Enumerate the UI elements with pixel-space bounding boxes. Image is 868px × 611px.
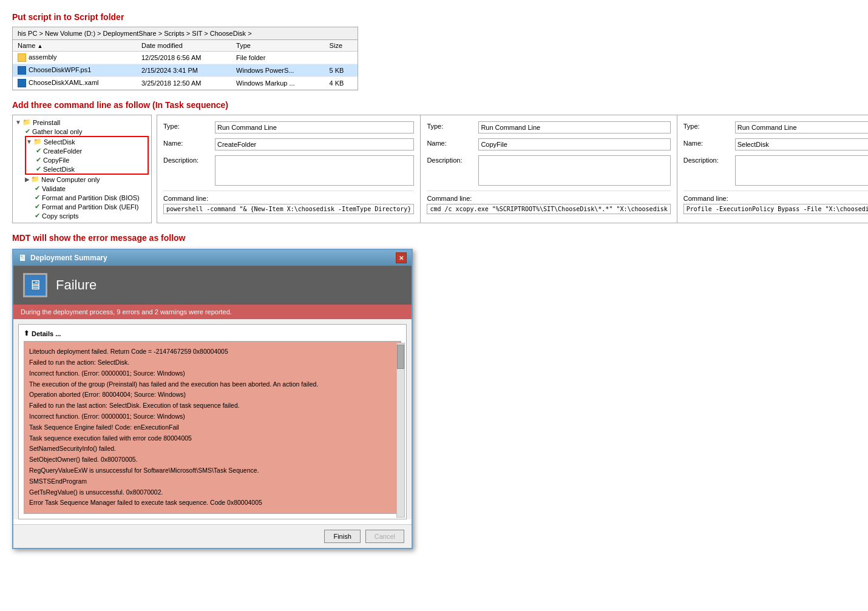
file-row[interactable]: ChooseDiskXAML.xaml 3/25/2018 12:50 AM W…	[13, 77, 358, 90]
error-line: Task Sequence Engine failed! Code: enExe…	[29, 422, 396, 433]
name-input[interactable]	[215, 138, 414, 150]
form-panel-panel1: Type: Name: Description: Command line: p…	[157, 115, 421, 223]
tree-label: CreateFolder	[43, 147, 82, 155]
name-label: Name:	[427, 138, 478, 147]
desc-textarea[interactable]	[215, 155, 414, 186]
dialog-footer: Finish Cancel	[13, 524, 412, 548]
dialog-content: ⬆ Details ... Litetouch deployment faile…	[18, 324, 407, 519]
cmdline-value: powershell -command "& {New-Item X:\choo…	[163, 204, 414, 214]
error-line: Error Task Sequence Manager failed to ex…	[29, 498, 396, 508]
file-name: ChooseDiskXAML.xaml	[13, 77, 137, 90]
folder-icon	[18, 53, 26, 62]
file-type: File folder	[231, 52, 325, 64]
error-line: Task sequence execution failed with erro…	[29, 433, 396, 444]
tree-item[interactable]: ✔CreateFolder	[26, 146, 147, 155]
file-modified: 12/25/2018 6:56 AM	[137, 52, 231, 64]
scrollbar[interactable]	[396, 343, 405, 518]
error-line: Incorrect function. (Error: 00000001; So…	[29, 368, 396, 379]
error-line: GetTsRegValue() is unsuccessful. 0x80070…	[29, 487, 396, 498]
tree-item[interactable]: ✔Copy scripts	[15, 211, 149, 220]
name-input[interactable]	[735, 138, 868, 150]
desc-label: Description:	[683, 155, 735, 164]
file-icon	[18, 66, 26, 75]
name-input[interactable]	[478, 138, 670, 150]
tree-label: CopyFile	[43, 157, 69, 164]
type-label: Type:	[683, 121, 735, 130]
tree-label: Preinstall	[33, 119, 60, 126]
desc-textarea[interactable]	[478, 155, 670, 186]
file-icon	[18, 79, 26, 87]
file-table: Name ▲ Date modified Type Size assembly …	[13, 40, 358, 90]
col-type: Type	[231, 40, 325, 52]
file-size: 5 KB	[325, 64, 358, 77]
type-input[interactable]	[735, 121, 868, 133]
error-line: Failed to run the action: SelectDisk.	[29, 357, 396, 368]
error-line: The execution of the group (Preinstall) …	[29, 379, 396, 390]
check-icon: ✔	[35, 194, 40, 201]
col-name: Name ▲	[13, 40, 137, 52]
breadcrumb-text: his PC > New Volume (D:) > DeploymentSha…	[18, 30, 252, 37]
check-icon: ✔	[25, 127, 30, 135]
tree-item[interactable]: ✔Validate	[15, 184, 149, 193]
file-type: Windows PowerS...	[231, 64, 325, 77]
file-row[interactable]: ChooseDiskWPF.ps1 2/15/2024 3:41 PM Wind…	[13, 64, 358, 77]
tree-item-selectdisk-folder[interactable]: ▼📁SelectDisk	[26, 137, 147, 146]
expand-icon: ▶	[25, 176, 30, 183]
finish-button[interactable]: Finish	[324, 530, 360, 543]
name-label: Name:	[683, 138, 735, 147]
file-type: Windows Markup ...	[231, 77, 325, 90]
details-toggle[interactable]: ⬆ Details ...	[24, 329, 401, 337]
form-cmdline-section: Command line: powershell -command "& {Ne…	[163, 191, 414, 214]
tree-item[interactable]: ✔Format and Partition Disk (BIOS)	[15, 193, 149, 202]
red-box-group: ▼📁SelectDisk✔CreateFolder✔CopyFile✔Selec…	[25, 136, 149, 175]
file-name: ChooseDiskWPF.ps1	[13, 64, 137, 77]
cmdline-label: Command line:	[427, 195, 670, 202]
form-row-type: Type:	[163, 121, 414, 133]
desc-label: Description:	[163, 155, 215, 164]
error-line: RegQueryValueExW is unsuccessful for Sof…	[29, 465, 396, 476]
type-label: Type:	[427, 121, 478, 130]
col-modified: Date modified	[137, 40, 231, 52]
collapse-icon: ⬆	[24, 329, 29, 337]
error-content: Litetouch deployment failed. Return Code…	[24, 341, 401, 514]
cancel-button[interactable]: Cancel	[365, 530, 404, 543]
form-row-desc: Description:	[427, 155, 670, 186]
form-cmdline-section: Command line: cmd /c xcopy.exe "%SCRIPTR…	[427, 191, 670, 214]
file-row[interactable]: assembly 12/25/2018 6:56 AM File folder	[13, 52, 358, 64]
desc-textarea[interactable]	[735, 155, 868, 186]
name-label: Name:	[163, 138, 215, 147]
file-modified: 2/15/2024 3:41 PM	[137, 64, 231, 77]
tree-label: Validate	[42, 185, 66, 192]
dialog-close-button[interactable]: ✕	[396, 252, 407, 263]
col-size: Size	[325, 40, 358, 52]
breadcrumb: his PC > New Volume (D:) > DeploymentSha…	[13, 27, 358, 40]
expand-icon: ▼	[26, 138, 32, 145]
scrollbar-thumb	[397, 345, 404, 369]
file-name: assembly	[13, 52, 137, 64]
form-row-name: Name:	[163, 138, 414, 150]
dialog-titlebar: 🖥 Deployment Summary ✕	[13, 250, 412, 266]
error-line: Incorrect function. (Error: 00000001; So…	[29, 411, 396, 422]
cmdline-label: Command line:	[163, 195, 414, 202]
form-panel-panel2: Type: Name: Description: Command line: c…	[421, 115, 677, 223]
cmdline-label: Command line:	[683, 195, 868, 202]
form-panel-panel3: Type: Name: Description: Command line: P…	[677, 115, 868, 223]
tree-label: Format and Partition Disk (BIOS)	[42, 194, 140, 201]
tree-item[interactable]: ✔CopyFile	[26, 155, 147, 164]
dialog-header-title: Failure	[56, 277, 97, 293]
dialog-title-text: Deployment Summary	[30, 254, 107, 262]
folder-icon: 📁	[22, 118, 31, 126]
file-size	[325, 52, 358, 64]
tree-item[interactable]: ✔Gather local only	[15, 127, 149, 136]
type-input[interactable]	[215, 121, 414, 133]
tree-item[interactable]: ✔Format and Partition Disk (UEFI)	[15, 202, 149, 211]
computer-icon: 🖥	[29, 277, 42, 293]
tree-item[interactable]: ✔SelectDisk	[26, 164, 147, 174]
tree-item[interactable]: ▶📁New Computer only	[15, 175, 149, 184]
check-icon: ✔	[36, 165, 41, 173]
type-input[interactable]	[478, 121, 670, 133]
tree-item[interactable]: ▼📁Preinstall	[15, 118, 149, 127]
dialog-subtitle: During the deployment process, 9 errors …	[13, 305, 412, 319]
file-explorer: his PC > New Volume (D:) > DeploymentSha…	[12, 27, 358, 90]
dialog-title-icon: 🖥	[18, 253, 27, 263]
